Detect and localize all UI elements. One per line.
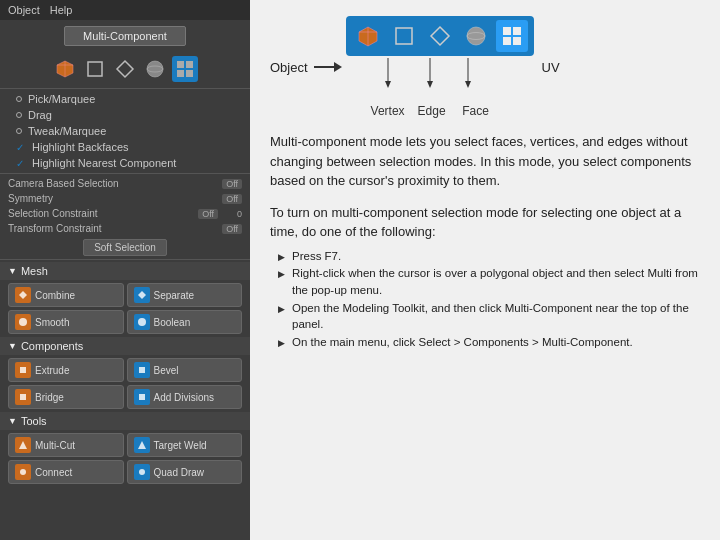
highlight-nearest-label: Highlight Nearest Component xyxy=(32,157,176,169)
svg-rect-30 xyxy=(503,37,511,45)
bullet-text-3: Open the Modeling Toolkit, and then clic… xyxy=(292,300,700,333)
cube-icon-btn[interactable] xyxy=(52,56,78,82)
svg-marker-19 xyxy=(19,441,27,449)
bevel-label: Bevel xyxy=(154,365,179,376)
svg-marker-37 xyxy=(465,81,471,88)
transform-constraint-section: Transform Constraint Off xyxy=(0,221,250,236)
bridge-label: Bridge xyxy=(35,392,64,403)
separate-button[interactable]: Separate xyxy=(127,283,243,307)
selection-constraint-label: Selection Constraint xyxy=(8,208,194,219)
connect-button[interactable]: Connect xyxy=(8,460,124,484)
camera-section: Camera Based Selection Off xyxy=(0,176,250,191)
selection-constraint-section: Selection Constraint Off 0 xyxy=(0,206,250,221)
diamond-icon-btn[interactable] xyxy=(112,56,138,82)
multi-cut-icon xyxy=(15,437,31,453)
top-grid-icon[interactable] xyxy=(496,20,528,52)
svg-marker-20 xyxy=(138,441,146,449)
svg-marker-12 xyxy=(138,291,146,299)
multi-component-button[interactable]: Multi-Component xyxy=(64,26,186,46)
svg-marker-25 xyxy=(431,27,449,45)
components-section-label: Components xyxy=(21,340,83,352)
combine-button[interactable]: Combine xyxy=(8,283,124,307)
tools-section-header[interactable]: ▼ Tools xyxy=(0,412,250,430)
grid-icon-btn[interactable] xyxy=(172,56,198,82)
top-diamond-icon[interactable] xyxy=(424,20,456,52)
top-sphere-icon[interactable] xyxy=(460,20,492,52)
camera-tag[interactable]: Off xyxy=(222,179,242,189)
combine-icon xyxy=(15,287,31,303)
square-icon-btn[interactable] xyxy=(82,56,108,82)
components-section-header[interactable]: ▼ Components xyxy=(0,337,250,355)
bullet-icon-4: ▶ xyxy=(278,337,288,350)
tweak-item[interactable]: Tweak/Marquee xyxy=(0,123,250,139)
sphere-icon-btn[interactable] xyxy=(142,56,168,82)
symmetry-section: Symmetry Off xyxy=(0,191,250,206)
selection-constraint-tag[interactable]: Off xyxy=(198,209,218,219)
boolean-label: Boolean xyxy=(154,317,191,328)
bullet-item-1: ▶ Press F7. xyxy=(278,248,700,265)
svg-point-21 xyxy=(20,469,26,475)
svg-point-22 xyxy=(139,469,145,475)
highlight-backfaces-check: ✓ xyxy=(16,142,26,153)
svg-marker-33 xyxy=(385,81,391,88)
icon-row xyxy=(0,52,250,86)
tweak-bullet xyxy=(16,128,22,134)
bevel-button[interactable]: Bevel xyxy=(127,358,243,382)
top-square-icon[interactable] xyxy=(388,20,420,52)
menu-help[interactable]: Help xyxy=(50,4,73,16)
add-divisions-label: Add Divisions xyxy=(154,392,215,403)
svg-rect-28 xyxy=(503,27,511,35)
svg-point-5 xyxy=(147,61,163,77)
icon-bar xyxy=(346,16,534,56)
pick-marquee-label: Pick/Marquee xyxy=(28,93,95,105)
target-weld-icon xyxy=(134,437,150,453)
bullet-text-1: Press F7. xyxy=(292,248,341,265)
tools-section-label: Tools xyxy=(21,415,47,427)
svg-rect-18 xyxy=(139,394,145,400)
description-text: Multi-component mode lets you select fac… xyxy=(270,132,700,191)
svg-point-14 xyxy=(138,318,146,326)
svg-rect-7 xyxy=(177,61,184,68)
highlight-backfaces-item[interactable]: ✓ Highlight Backfaces xyxy=(0,139,250,155)
uv-label: UV xyxy=(542,60,560,75)
boolean-button[interactable]: Boolean xyxy=(127,310,243,334)
drag-bullet xyxy=(16,112,22,118)
smooth-label: Smooth xyxy=(35,317,69,328)
bullet-item-4: ▶ On the main menu, click Select > Compo… xyxy=(278,334,700,351)
soft-selection-button[interactable]: Soft Selection xyxy=(83,239,167,256)
add-divisions-button[interactable]: Add Divisions xyxy=(127,385,243,409)
bullet-text-4: On the main menu, click Select > Compone… xyxy=(292,334,633,351)
svg-point-13 xyxy=(19,318,27,326)
highlight-backfaces-label: Highlight Backfaces xyxy=(32,141,129,153)
connect-label: Connect xyxy=(35,467,72,478)
separate-label: Separate xyxy=(154,290,195,301)
highlight-nearest-item[interactable]: ✓ Highlight Nearest Component xyxy=(0,155,250,171)
quad-draw-button[interactable]: Quad Draw xyxy=(127,460,243,484)
target-weld-label: Target Weld xyxy=(154,440,207,451)
extrude-button[interactable]: Extrude xyxy=(8,358,124,382)
quad-draw-icon xyxy=(134,464,150,480)
transform-constraint-tag[interactable]: Off xyxy=(222,224,242,234)
drag-item[interactable]: Drag xyxy=(0,107,250,123)
svg-rect-10 xyxy=(186,70,193,77)
object-h-line xyxy=(314,66,334,68)
smooth-button[interactable]: Smooth xyxy=(8,310,124,334)
svg-rect-3 xyxy=(88,62,102,76)
svg-marker-11 xyxy=(19,291,27,299)
combine-label: Combine xyxy=(35,290,75,301)
highlight-nearest-check: ✓ xyxy=(16,158,26,169)
menu-object[interactable]: Object xyxy=(8,4,40,16)
multi-cut-button[interactable]: Multi-Cut xyxy=(8,433,124,457)
smooth-icon xyxy=(15,314,31,330)
bullet-list: ▶ Press F7. ▶ Right-click when the curso… xyxy=(270,248,700,351)
mesh-section-header[interactable]: ▼ Mesh xyxy=(0,262,250,280)
pick-marquee-item[interactable]: Pick/Marquee xyxy=(0,91,250,107)
symmetry-tag[interactable]: Off xyxy=(222,194,242,204)
bridge-button[interactable]: Bridge xyxy=(8,385,124,409)
tools-collapse-arrow: ▼ xyxy=(8,416,17,426)
target-weld-button[interactable]: Target Weld xyxy=(127,433,243,457)
object-label: Object xyxy=(270,60,308,75)
right-panel: Object xyxy=(250,0,720,540)
bullet-item-3: ▶ Open the Modeling Toolkit, and then cl… xyxy=(278,300,700,333)
top-cube-icon[interactable] xyxy=(352,20,384,52)
